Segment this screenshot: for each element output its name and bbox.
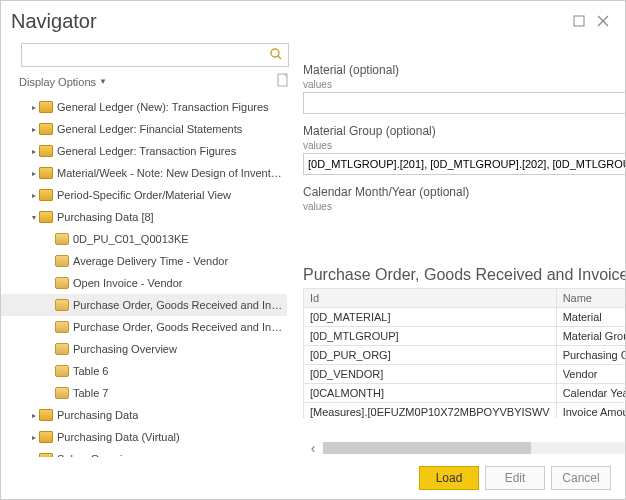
param-input[interactable] <box>303 153 625 175</box>
footer: Load Edit Cancel <box>1 457 625 499</box>
chevron-right-icon[interactable]: ▸ <box>29 433 39 442</box>
left-panel: Display Options ▼ ▸General Ledger (New):… <box>1 41 297 457</box>
param-group: Calendar Month/Year (optional)values <box>303 185 625 212</box>
tree-item[interactable]: ▸General Ledger: Transaction Figures <box>1 140 287 162</box>
tree-item-label: Table 7 <box>73 387 108 399</box>
tree-item[interactable]: Purchase Order, Goods Received and Invoi… <box>1 316 287 338</box>
tree-item[interactable]: Purchasing Overview <box>1 338 287 360</box>
chevron-right-icon[interactable]: ▸ <box>29 455 39 458</box>
table-row[interactable]: [0CALMONTH]Calendar Year/Month <box>304 384 626 403</box>
table-row[interactable]: [0D_MTLGROUP]Material Group <box>304 327 626 346</box>
cube-icon <box>55 343 69 355</box>
param-label: Calendar Month/Year (optional) <box>303 185 625 199</box>
cube-icon <box>55 387 69 399</box>
show-dropdown[interactable]: Show ▼ <box>297 41 625 63</box>
param-label: Material Group (optional) <box>303 124 625 138</box>
tree-item-label: General Ledger: Financial Statements <box>57 123 242 135</box>
tree-item-label: General Ledger: Transaction Figures <box>57 145 236 157</box>
search-input[interactable] <box>21 43 289 67</box>
display-options[interactable]: Display Options ▼ <box>1 71 297 96</box>
close-icon[interactable] <box>591 9 615 33</box>
tree-item-label: Table 6 <box>73 365 108 377</box>
cell: [0D_MTLGROUP] <box>304 327 557 346</box>
chevron-right-icon[interactable]: ▸ <box>29 411 39 420</box>
tree-item-label: Purchase Order, Goods Received and Invoi… <box>73 321 287 333</box>
navigator-window: Navigator Display Options ▼ <box>0 0 626 500</box>
tree-item[interactable]: ▸Purchasing Data (Virtual) <box>1 426 287 448</box>
table-row[interactable]: [Measures].[0EFUZM0P10X72MBPOYVBYISWVInv… <box>304 403 626 418</box>
preview-h-scroll[interactable]: ‹ › <box>303 440 625 457</box>
tree-item-label: Period-Specific Order/Material View <box>57 189 231 201</box>
preview-pane: Purchase Order, Goods Received and Invoi… <box>297 262 625 457</box>
cube-icon <box>55 365 69 377</box>
tree-item[interactable]: Table 7 <box>1 382 287 404</box>
tree-item-label: Open Invoice - Vendor <box>73 277 182 289</box>
cell: Purchasing Organization <box>556 346 625 365</box>
tree-item[interactable]: ▸Material/Week - Note: New Design of Inv… <box>1 162 287 184</box>
folder-icon <box>39 123 53 135</box>
tree-item[interactable]: ▸General Ledger: Financial Statements <box>1 118 287 140</box>
tree-item[interactable]: ▾Purchasing Data [8] <box>1 206 287 228</box>
chevron-right-icon[interactable]: ▸ <box>29 169 39 178</box>
cube-icon <box>55 321 69 333</box>
page-icon[interactable] <box>277 73 289 90</box>
tree-item[interactable]: Average Delivery Time - Vendor <box>1 250 287 272</box>
cell: [0D_VENDOR] <box>304 365 557 384</box>
chevron-right-icon[interactable]: ▸ <box>29 191 39 200</box>
cube-icon <box>55 299 69 311</box>
search-icon[interactable] <box>269 47 283 64</box>
tree-item-label: Purchasing Data [8] <box>57 211 154 223</box>
cell: Material Group <box>556 327 625 346</box>
cell: [0D_MATERIAL] <box>304 308 557 327</box>
preview-title: Purchase Order, Goods Received and Invoi… <box>303 266 625 284</box>
tree-item[interactable]: ▸Sales: Overview <box>1 448 287 457</box>
scroll-thumb[interactable] <box>323 442 531 454</box>
chevron-right-icon[interactable]: ▸ <box>29 125 39 134</box>
cube-icon <box>55 233 69 245</box>
tree-view[interactable]: ▸General Ledger (New): Transaction Figur… <box>1 96 297 457</box>
tree-item-label: Purchasing Overview <box>73 343 177 355</box>
titlebar: Navigator <box>1 1 625 41</box>
right-panel: Show ▼ Material (optional)values···Mater… <box>297 41 625 457</box>
window-title: Navigator <box>11 10 567 33</box>
tree-item-label: Purchasing Data <box>57 409 138 421</box>
table-row[interactable]: [0D_MATERIAL]Material <box>304 308 626 327</box>
tree-item-label: Purchase Order, Goods Received and Invoi… <box>73 299 287 311</box>
tree-item[interactable]: ▸Purchasing Data <box>1 404 287 426</box>
edit-button[interactable]: Edit <box>485 466 545 490</box>
chevron-down-icon[interactable]: ▾ <box>29 213 39 222</box>
param-sublabel: values <box>303 201 625 212</box>
cell: [0D_PUR_ORG] <box>304 346 557 365</box>
chevron-right-icon[interactable]: ▸ <box>29 147 39 156</box>
cell: Vendor <box>556 365 625 384</box>
tree-item-label: Average Delivery Time - Vendor <box>73 255 228 267</box>
folder-icon <box>39 211 53 223</box>
tree-item[interactable]: ▸General Ledger (New): Transaction Figur… <box>1 96 287 118</box>
column-header[interactable]: Name <box>556 289 625 308</box>
display-options-label: Display Options <box>19 76 96 88</box>
scroll-track[interactable] <box>323 442 625 454</box>
svg-point-3 <box>271 49 279 57</box>
cancel-button[interactable]: Cancel <box>551 466 611 490</box>
param-group: Material Group (optional)values··· <box>303 124 625 175</box>
cell: [0CALMONTH] <box>304 384 557 403</box>
parameters-pane: Material (optional)values···Material Gro… <box>297 63 625 226</box>
chevron-right-icon[interactable]: ▸ <box>29 103 39 112</box>
tree-item[interactable]: 0D_PU_C01_Q0013KE <box>1 228 287 250</box>
table-row[interactable]: [0D_VENDOR]Vendor <box>304 365 626 384</box>
cell: Calendar Year/Month <box>556 384 625 403</box>
param-sublabel: values <box>303 140 625 151</box>
tree-item[interactable]: Open Invoice - Vendor <box>1 272 287 294</box>
minimize-icon[interactable] <box>567 9 591 33</box>
column-header[interactable]: Id <box>304 289 557 308</box>
load-button[interactable]: Load <box>419 466 479 490</box>
table-row[interactable]: [0D_PUR_ORG]Purchasing Organization <box>304 346 626 365</box>
param-label: Material (optional) <box>303 63 625 77</box>
tree-item[interactable]: ▸Period-Specific Order/Material View <box>1 184 287 206</box>
folder-icon <box>39 145 53 157</box>
scroll-left-icon[interactable]: ‹ <box>303 440 323 456</box>
param-input[interactable] <box>303 92 625 114</box>
cell: Material <box>556 308 625 327</box>
tree-item[interactable]: Table 6 <box>1 360 287 382</box>
tree-item[interactable]: Purchase Order, Goods Received and Invoi… <box>1 294 287 316</box>
